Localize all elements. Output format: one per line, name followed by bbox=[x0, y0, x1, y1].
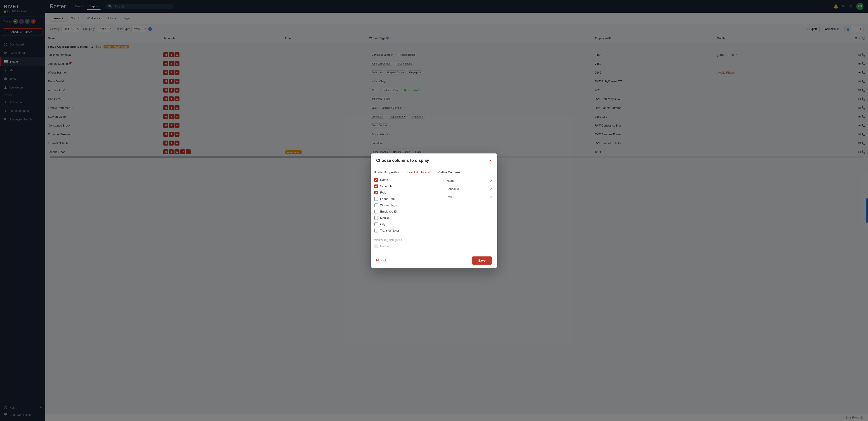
save-button[interactable]: Save bbox=[472, 256, 492, 264]
checkbox-transfer-notes-input[interactable] bbox=[374, 229, 378, 232]
checkbox-labor-rate-input[interactable] bbox=[374, 197, 378, 201]
remove-name-button[interactable]: ✕ bbox=[490, 178, 493, 183]
panel-label: Roster Properties bbox=[374, 171, 399, 174]
checkbox-role-label[interactable]: Role bbox=[380, 191, 386, 194]
checkbox-employee-id-label[interactable]: Employee ID bbox=[380, 210, 397, 213]
checkbox-schedule-input[interactable] bbox=[374, 185, 378, 188]
remove-role-button[interactable]: ✕ bbox=[490, 195, 493, 199]
modal-right-panel: Visible Columns ⋮⋮ Name ✕ ⋮⋮ Schedule ✕ bbox=[434, 167, 497, 253]
select-all-link[interactable]: Select all bbox=[407, 171, 418, 174]
checkbox-city: City bbox=[374, 221, 430, 227]
checkbox-city-label[interactable]: City bbox=[380, 223, 385, 226]
drag-handle-icon[interactable]: ⋮⋮ bbox=[438, 195, 445, 199]
visible-column-schedule: Schedule bbox=[447, 187, 459, 191]
checkbox-name: Name bbox=[374, 177, 430, 183]
checkbox-transfer-notes-label[interactable]: Transfer Notes bbox=[380, 229, 400, 232]
checkbox-role-input[interactable] bbox=[374, 191, 378, 194]
visible-item-left: ⋮⋮ Name bbox=[438, 179, 455, 183]
modal-overlay[interactable]: Choose columns to display × Roster Prope… bbox=[0, 0, 868, 421]
divider bbox=[374, 235, 430, 236]
checkbox-mobile-input[interactable] bbox=[374, 216, 378, 220]
checkbox-worker-tags-input[interactable] bbox=[374, 203, 378, 207]
checkbox-mobile: Mobile bbox=[374, 215, 430, 221]
modal-footer: Hide all Save bbox=[371, 253, 497, 268]
checkbox-name-input[interactable] bbox=[374, 178, 378, 182]
checkbox-worker-tags-label[interactable]: Worker Tags bbox=[380, 203, 397, 207]
columns-modal: Choose columns to display × Roster Prope… bbox=[371, 153, 497, 268]
checkbox-employee-id: Employee ID bbox=[374, 208, 430, 215]
checkbox-worker-tags: Worker Tags bbox=[374, 202, 430, 208]
visible-item-left: ⋮⋮ Schedule bbox=[438, 187, 459, 191]
remove-schedule-button[interactable]: ✕ bbox=[490, 187, 493, 191]
visible-column-role: Role bbox=[447, 195, 453, 199]
panel-actions: Select all Hide all bbox=[407, 171, 430, 174]
checkbox-city-input[interactable] bbox=[374, 223, 378, 226]
modal-close-button[interactable]: × bbox=[489, 158, 492, 163]
drag-handle-icon[interactable]: ⋮⋮ bbox=[438, 187, 445, 191]
checkbox-labor-rate: Labor Rate bbox=[374, 196, 430, 202]
checkbox-role: Role bbox=[374, 190, 430, 196]
visible-item-left: ⋮⋮ Role bbox=[438, 195, 453, 199]
modal-body: Roster Properties Select all Hide all Na… bbox=[371, 167, 497, 253]
hide-all-button[interactable]: Hide all bbox=[376, 259, 386, 262]
panel-header: Roster Properties Select all Hide all bbox=[374, 171, 430, 174]
visible-item-role: ⋮⋮ Role ✕ bbox=[438, 193, 494, 201]
worker-tag-categories-label: Worker Tag Categories bbox=[374, 238, 430, 242]
modal-title: Choose columns to display bbox=[376, 158, 429, 163]
drag-handle-icon[interactable]: ⋮⋮ bbox=[438, 179, 445, 183]
checkbox-division: Division bbox=[374, 243, 430, 249]
checkbox-transfer-notes: Transfer Notes bbox=[374, 227, 430, 234]
visible-column-name: Name bbox=[447, 179, 455, 183]
checkbox-name-label[interactable]: Name bbox=[380, 178, 388, 181]
visible-item-schedule: ⋮⋮ Schedule ✕ bbox=[438, 185, 494, 193]
hide-all-link[interactable]: Hide all bbox=[421, 171, 430, 174]
checkbox-schedule-label[interactable]: Schedule bbox=[380, 185, 393, 188]
checkbox-division-label: Division bbox=[380, 245, 391, 248]
checkbox-schedule: Schedule bbox=[374, 183, 430, 190]
checkbox-employee-id-input[interactable] bbox=[374, 210, 378, 214]
visible-item-name: ⋮⋮ Name ✕ bbox=[438, 177, 494, 185]
checkbox-mobile-label[interactable]: Mobile bbox=[380, 216, 389, 220]
checkbox-labor-rate-label[interactable]: Labor Rate bbox=[380, 197, 395, 200]
visible-columns-label: Visible Columns bbox=[438, 171, 494, 174]
modal-header: Choose columns to display × bbox=[371, 153, 497, 167]
modal-left-panel: Roster Properties Select all Hide all Na… bbox=[371, 167, 434, 253]
checkbox-division-input bbox=[374, 245, 378, 248]
